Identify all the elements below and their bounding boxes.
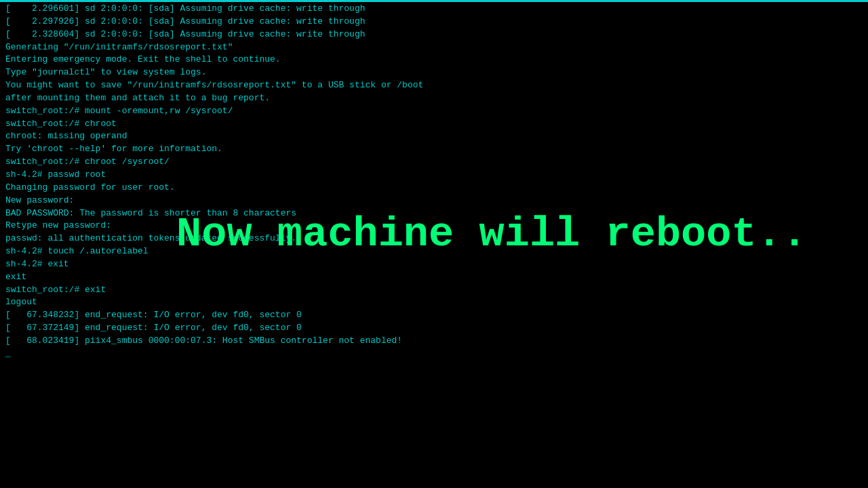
terminal-output: [ 2.296601] sd 2:0:0:0: [sda] Assuming d… [0, 0, 868, 488]
